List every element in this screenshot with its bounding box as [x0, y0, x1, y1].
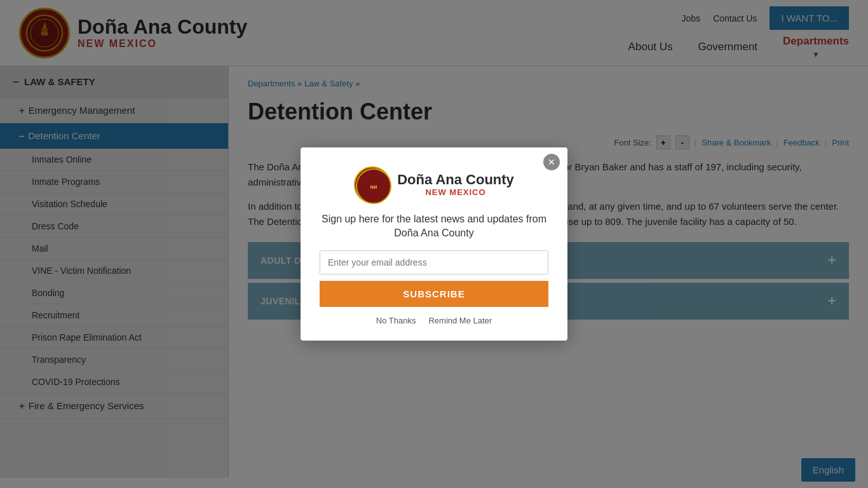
modal-logo-circle: NM	[354, 166, 391, 203]
modal-email-input[interactable]	[320, 250, 548, 274]
modal-close-button[interactable]: ✕	[543, 154, 560, 170]
modal-seal-icon: NM	[355, 168, 392, 205]
no-thanks-link[interactable]: No Thanks	[376, 316, 416, 325]
modal-state-name: NEW MEXICO	[397, 187, 514, 197]
modal-county-info: Doña Ana County NEW MEXICO	[397, 172, 514, 197]
modal-footer-links: No Thanks Remind Me Later	[320, 316, 548, 325]
remind-later-link[interactable]: Remind Me Later	[428, 316, 492, 325]
modal-overlay: ✕ NM Doña Ana County NEW MEXICO Sign up …	[0, 0, 868, 478]
modal-logo: NM Doña Ana County NEW MEXICO	[320, 166, 548, 203]
modal-subscribe-button[interactable]: SUBSCRIBE	[320, 281, 548, 307]
modal-heading: Sign up here for the latest news and upd…	[320, 212, 548, 241]
svg-text:NM: NM	[370, 185, 377, 189]
modal: ✕ NM Doña Ana County NEW MEXICO Sign up …	[301, 147, 567, 341]
modal-county-name: Doña Ana County	[397, 172, 514, 187]
